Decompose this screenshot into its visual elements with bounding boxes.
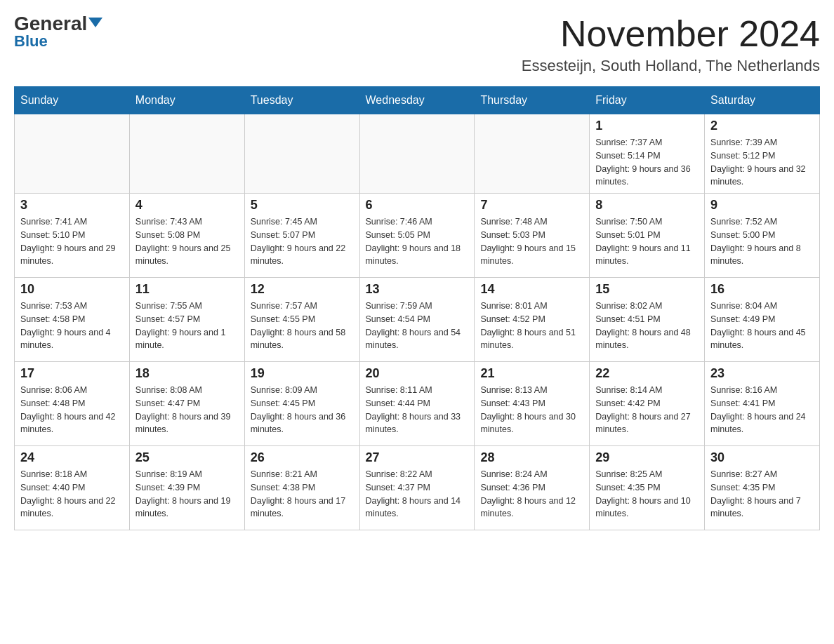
day-info: Sunrise: 8:25 AM Sunset: 4:35 PM Dayligh… (595, 468, 699, 521)
day-number: 7 (480, 198, 583, 213)
day-info: Sunrise: 7:48 AM Sunset: 5:03 PM Dayligh… (480, 215, 583, 268)
day-number: 27 (366, 450, 469, 465)
calendar-cell: 2Sunrise: 7:39 AM Sunset: 5:12 PM Daylig… (705, 114, 820, 194)
calendar-cell: 4Sunrise: 7:43 AM Sunset: 5:08 PM Daylig… (129, 194, 244, 278)
day-info: Sunrise: 7:43 AM Sunset: 5:08 PM Dayligh… (135, 215, 239, 268)
calendar-cell: 30Sunrise: 8:27 AM Sunset: 4:35 PM Dayli… (705, 446, 820, 530)
day-info: Sunrise: 8:18 AM Sunset: 4:40 PM Dayligh… (20, 468, 124, 521)
calendar-cell (359, 114, 475, 194)
day-info: Sunrise: 7:55 AM Sunset: 4:57 PM Dayligh… (135, 300, 239, 352)
title-section: November 2024 Essesteijn, South Holland,… (522, 14, 820, 75)
day-number: 14 (480, 282, 583, 297)
calendar-cell: 10Sunrise: 7:53 AM Sunset: 4:58 PM Dayli… (15, 278, 130, 362)
calendar-cell: 15Sunrise: 8:02 AM Sunset: 4:51 PM Dayli… (590, 278, 705, 362)
calendar-cell: 18Sunrise: 8:08 AM Sunset: 4:47 PM Dayli… (129, 362, 244, 446)
calendar-header-monday: Monday (129, 87, 244, 114)
page-header: General Blue November 2024 Essesteijn, S… (14, 14, 820, 75)
calendar-cell: 27Sunrise: 8:22 AM Sunset: 4:37 PM Dayli… (359, 446, 475, 530)
day-info: Sunrise: 7:53 AM Sunset: 4:58 PM Dayligh… (20, 300, 124, 352)
calendar-week-row: 3Sunrise: 7:41 AM Sunset: 5:10 PM Daylig… (15, 194, 820, 278)
day-number: 20 (366, 366, 469, 381)
day-info: Sunrise: 8:13 AM Sunset: 4:43 PM Dayligh… (480, 384, 583, 436)
calendar-cell: 13Sunrise: 7:59 AM Sunset: 4:54 PM Dayli… (359, 278, 475, 362)
calendar-cell: 21Sunrise: 8:13 AM Sunset: 4:43 PM Dayli… (475, 362, 590, 446)
calendar-week-row: 17Sunrise: 8:06 AM Sunset: 4:48 PM Dayli… (15, 362, 820, 446)
day-number: 23 (710, 366, 814, 381)
day-info: Sunrise: 7:50 AM Sunset: 5:01 PM Dayligh… (595, 215, 699, 268)
calendar-cell: 7Sunrise: 7:48 AM Sunset: 5:03 PM Daylig… (475, 194, 590, 278)
day-info: Sunrise: 8:06 AM Sunset: 4:48 PM Dayligh… (20, 384, 124, 436)
day-info: Sunrise: 8:04 AM Sunset: 4:49 PM Dayligh… (710, 300, 814, 352)
day-info: Sunrise: 7:45 AM Sunset: 5:07 PM Dayligh… (251, 215, 354, 268)
calendar-cell: 8Sunrise: 7:50 AM Sunset: 5:01 PM Daylig… (590, 194, 705, 278)
calendar-cell: 6Sunrise: 7:46 AM Sunset: 5:05 PM Daylig… (359, 194, 475, 278)
day-info: Sunrise: 8:24 AM Sunset: 4:36 PM Dayligh… (480, 468, 583, 521)
day-info: Sunrise: 8:14 AM Sunset: 4:42 PM Dayligh… (595, 384, 699, 436)
calendar-header-friday: Friday (590, 87, 705, 114)
calendar-week-row: 10Sunrise: 7:53 AM Sunset: 4:58 PM Dayli… (15, 278, 820, 362)
calendar-cell: 22Sunrise: 8:14 AM Sunset: 4:42 PM Dayli… (590, 362, 705, 446)
day-number: 12 (251, 282, 354, 297)
day-number: 4 (135, 198, 239, 213)
day-info: Sunrise: 8:21 AM Sunset: 4:38 PM Dayligh… (251, 468, 354, 521)
day-number: 21 (480, 366, 583, 381)
calendar-header-thursday: Thursday (475, 87, 590, 114)
day-info: Sunrise: 8:01 AM Sunset: 4:52 PM Dayligh… (480, 300, 583, 352)
day-number: 13 (366, 282, 469, 297)
day-info: Sunrise: 8:22 AM Sunset: 4:37 PM Dayligh… (366, 468, 469, 521)
day-info: Sunrise: 8:08 AM Sunset: 4:47 PM Dayligh… (135, 384, 239, 436)
calendar-cell: 5Sunrise: 7:45 AM Sunset: 5:07 PM Daylig… (244, 194, 359, 278)
calendar-cell (244, 114, 359, 194)
calendar-cell: 17Sunrise: 8:06 AM Sunset: 4:48 PM Dayli… (15, 362, 130, 446)
logo-general: General (14, 14, 102, 34)
day-number: 1 (595, 119, 699, 133)
day-info: Sunrise: 8:02 AM Sunset: 4:51 PM Dayligh… (595, 300, 699, 352)
month-title: November 2024 (522, 14, 820, 54)
day-info: Sunrise: 8:09 AM Sunset: 4:45 PM Dayligh… (251, 384, 354, 436)
calendar-cell: 25Sunrise: 8:19 AM Sunset: 4:39 PM Dayli… (129, 446, 244, 530)
day-info: Sunrise: 7:52 AM Sunset: 5:00 PM Dayligh… (710, 215, 814, 268)
calendar-week-row: 1Sunrise: 7:37 AM Sunset: 5:14 PM Daylig… (15, 114, 820, 194)
day-number: 9 (710, 198, 814, 213)
day-info: Sunrise: 7:39 AM Sunset: 5:12 PM Dayligh… (710, 136, 814, 189)
day-number: 17 (20, 366, 124, 381)
calendar-cell: 19Sunrise: 8:09 AM Sunset: 4:45 PM Dayli… (244, 362, 359, 446)
day-info: Sunrise: 7:59 AM Sunset: 4:54 PM Dayligh… (366, 300, 469, 352)
calendar-cell: 20Sunrise: 8:11 AM Sunset: 4:44 PM Dayli… (359, 362, 475, 446)
day-number: 28 (480, 450, 583, 465)
logo-blue: Blue (14, 32, 48, 51)
day-number: 15 (595, 282, 699, 297)
calendar-header-row: SundayMondayTuesdayWednesdayThursdayFrid… (15, 87, 820, 114)
day-number: 29 (595, 450, 699, 465)
logo: General Blue (14, 14, 102, 51)
day-number: 6 (366, 198, 469, 213)
day-info: Sunrise: 8:19 AM Sunset: 4:39 PM Dayligh… (135, 468, 239, 521)
logo-triangle-icon (88, 18, 102, 27)
calendar-header-saturday: Saturday (705, 87, 820, 114)
day-number: 3 (20, 198, 124, 213)
location-title: Essesteijn, South Holland, The Netherlan… (522, 57, 820, 75)
day-number: 19 (251, 366, 354, 381)
calendar-cell (15, 114, 130, 194)
calendar-cell (129, 114, 244, 194)
day-number: 10 (20, 282, 124, 297)
calendar-week-row: 24Sunrise: 8:18 AM Sunset: 4:40 PM Dayli… (15, 446, 820, 530)
calendar-table: SundayMondayTuesdayWednesdayThursdayFrid… (14, 86, 820, 530)
calendar-cell: 11Sunrise: 7:55 AM Sunset: 4:57 PM Dayli… (129, 278, 244, 362)
day-info: Sunrise: 8:27 AM Sunset: 4:35 PM Dayligh… (710, 468, 814, 521)
day-number: 22 (595, 366, 699, 381)
day-number: 26 (251, 450, 354, 465)
calendar-cell: 3Sunrise: 7:41 AM Sunset: 5:10 PM Daylig… (15, 194, 130, 278)
calendar-cell: 14Sunrise: 8:01 AM Sunset: 4:52 PM Dayli… (475, 278, 590, 362)
calendar-header-wednesday: Wednesday (359, 87, 475, 114)
day-number: 18 (135, 366, 239, 381)
calendar-header-tuesday: Tuesday (244, 87, 359, 114)
day-number: 30 (710, 450, 814, 465)
day-number: 2 (710, 119, 814, 133)
day-info: Sunrise: 7:46 AM Sunset: 5:05 PM Dayligh… (366, 215, 469, 268)
day-info: Sunrise: 7:37 AM Sunset: 5:14 PM Dayligh… (595, 136, 699, 189)
calendar-cell: 12Sunrise: 7:57 AM Sunset: 4:55 PM Dayli… (244, 278, 359, 362)
day-number: 16 (710, 282, 814, 297)
calendar-cell: 28Sunrise: 8:24 AM Sunset: 4:36 PM Dayli… (475, 446, 590, 530)
day-info: Sunrise: 8:16 AM Sunset: 4:41 PM Dayligh… (710, 384, 814, 436)
